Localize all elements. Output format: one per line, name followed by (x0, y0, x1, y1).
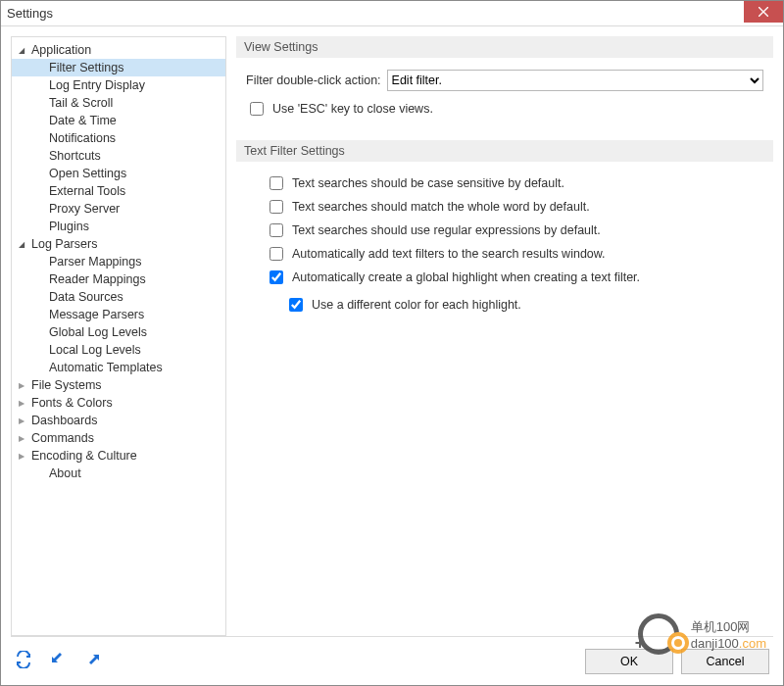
tree-item-label: Message Parsers (49, 308, 144, 321)
tree-item-label: Open Settings (49, 167, 126, 180)
textfilter-checkbox-2[interactable] (270, 223, 283, 237)
tree-item-label: Automatic Templates (49, 361, 163, 374)
tree-item-application[interactable]: Application (12, 41, 225, 59)
tree-item-label: Notifications (49, 131, 116, 145)
nav-tree: ApplicationFilter SettingsLog Entry Disp… (11, 36, 226, 636)
sub-checkbox-label: Use a different color for each highlight… (312, 298, 521, 312)
tree-item-label: Filter Settings (49, 61, 123, 74)
tree-item-encoding-culture[interactable]: Encoding & Culture (12, 447, 225, 465)
tree-item-label: Fonts & Colors (31, 396, 113, 410)
refresh-icon[interactable] (15, 651, 32, 672)
textfilter-checkbox-0[interactable] (270, 176, 283, 190)
footer: OK Cancel (11, 636, 773, 685)
section-header-textfilter: Text Filter Settings (236, 140, 773, 162)
collapse-icon[interactable] (50, 651, 68, 672)
tree-item-label: Reader Mappings (49, 272, 146, 286)
tree-item-label: Tail & Scroll (49, 96, 113, 110)
tree-item-global-log-levels[interactable]: Global Log Levels (12, 323, 225, 341)
tree-item-plugins[interactable]: Plugins (12, 218, 225, 235)
tree-item-label: Log Entry Display (49, 78, 145, 92)
textfilter-label: Text searches should match the whole wor… (292, 200, 590, 214)
esc-checkbox[interactable] (250, 102, 264, 116)
tree-item-about[interactable]: About (12, 465, 225, 482)
titlebar: Settings (1, 1, 783, 26)
textfilter-label: Text searches should use regular express… (292, 223, 601, 237)
tree-item-label: Parser Mappings (49, 255, 142, 269)
tree-item-shortcuts[interactable]: Shortcuts (12, 147, 225, 165)
tree-item-fonts-colors[interactable]: Fonts & Colors (12, 394, 225, 412)
tree-item-label: Date & Time (49, 114, 117, 127)
tree-item-label: Dashboards (31, 414, 97, 427)
tree-item-label: Log Parsers (31, 237, 97, 251)
tree-item-reader-mappings[interactable]: Reader Mappings (12, 270, 225, 288)
tree-item-label: Application (31, 43, 91, 57)
tree-item-log-entry-display[interactable]: Log Entry Display (12, 76, 225, 94)
settings-window: Settings ApplicationFilter SettingsLog E… (0, 0, 784, 686)
window-title: Settings (7, 6, 53, 21)
chevron-right-icon (16, 452, 27, 461)
tree-item-label: Data Sources (49, 290, 123, 304)
tree-item-local-log-levels[interactable]: Local Log Levels (12, 341, 225, 359)
tree-item-file-systems[interactable]: File Systems (12, 376, 225, 394)
tree-item-label: File Systems (31, 378, 102, 392)
tree-item-label: About (49, 466, 81, 480)
close-icon (759, 7, 768, 17)
textfilter-checkbox-1[interactable] (270, 200, 283, 214)
chevron-down-icon (16, 240, 27, 249)
ok-button[interactable]: OK (585, 649, 673, 674)
tree-item-label: Global Log Levels (49, 325, 147, 339)
textfilter-label: Automatically add text filters to the se… (292, 247, 606, 261)
tree-item-label: Proxy Server (49, 202, 120, 216)
tree-item-external-tools[interactable]: External Tools (12, 182, 225, 200)
textfilter-label: Automatically create a global highlight … (292, 270, 640, 284)
tree-item-filter-settings[interactable]: Filter Settings (12, 59, 225, 76)
tree-item-open-settings[interactable]: Open Settings (12, 165, 225, 182)
tree-item-label: Encoding & Culture (31, 449, 137, 463)
chevron-right-icon (16, 416, 27, 425)
close-button[interactable] (744, 1, 783, 23)
tree-item-label: Commands (31, 431, 94, 445)
expand-icon[interactable] (85, 651, 103, 672)
textfilter-checkbox-4[interactable] (270, 270, 283, 284)
chevron-right-icon (16, 434, 27, 443)
tree-item-notifications[interactable]: Notifications (12, 129, 225, 147)
dblclick-label: Filter double-click action: (246, 74, 381, 87)
tree-item-label: Shortcuts (49, 149, 101, 163)
tree-item-dashboards[interactable]: Dashboards (12, 412, 225, 429)
chevron-down-icon (16, 46, 27, 55)
tree-item-tail-scroll[interactable]: Tail & Scroll (12, 94, 225, 112)
chevron-right-icon (16, 381, 27, 390)
tree-item-data-sources[interactable]: Data Sources (12, 288, 225, 306)
textfilter-label: Text searches should be case sensitive b… (292, 176, 564, 190)
tree-item-label: External Tools (49, 184, 125, 198)
tree-item-parser-mappings[interactable]: Parser Mappings (12, 253, 225, 270)
tree-item-label: Local Log Levels (49, 343, 141, 357)
content-panel: View Settings Filter double-click action… (236, 36, 773, 636)
dblclick-select[interactable]: Edit filter. (387, 70, 763, 91)
tree-item-log-parsers[interactable]: Log Parsers (12, 235, 225, 253)
tree-item-proxy-server[interactable]: Proxy Server (12, 200, 225, 218)
sub-checkbox-highlight-color[interactable] (289, 298, 303, 312)
tree-item-label: Plugins (49, 220, 89, 233)
esc-label: Use 'ESC' key to close views. (272, 102, 433, 116)
tree-item-date-time[interactable]: Date & Time (12, 112, 225, 129)
cancel-button[interactable]: Cancel (681, 649, 769, 674)
tree-item-commands[interactable]: Commands (12, 429, 225, 447)
tree-item-message-parsers[interactable]: Message Parsers (12, 306, 225, 323)
textfilter-checkbox-3[interactable] (270, 247, 283, 261)
section-header-view: View Settings (236, 36, 773, 58)
tree-item-automatic-templates[interactable]: Automatic Templates (12, 359, 225, 376)
chevron-right-icon (16, 399, 27, 408)
